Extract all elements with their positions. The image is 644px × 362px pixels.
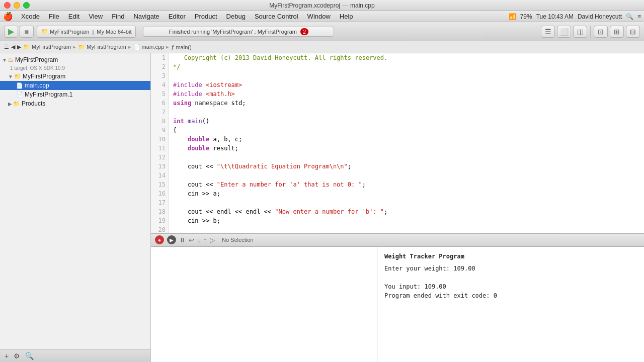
step-into-icon[interactable]: ↓ xyxy=(197,236,201,244)
sidebar-toggle-icon[interactable]: ☰ xyxy=(4,44,9,50)
menu-help[interactable]: Help xyxy=(336,12,357,21)
apple-menu[interactable]: 🍎 xyxy=(3,12,13,21)
minimize-button[interactable] xyxy=(14,2,20,9)
run-button[interactable]: ▶ xyxy=(4,26,18,38)
wifi-icon: 📶 xyxy=(509,13,516,20)
breadcrumb-project[interactable]: 📁 MyFirstProgram xyxy=(23,44,71,50)
project-label: MyFirstProgram xyxy=(15,56,58,63)
pause-icon[interactable]: ⏸ xyxy=(179,236,186,244)
titlebar-center: MyFirstProgram.xcodeproj — main.cpp xyxy=(269,2,374,9)
project-arrow-icon: ▼ xyxy=(2,57,7,63)
no-selection-label: No Selection xyxy=(222,237,253,243)
main-layout: ▼ 🗂 MyFirstProgram 1 target, OS X SDK 10… xyxy=(0,53,644,362)
maincpp-icon: 📄 xyxy=(16,82,23,89)
menu-file[interactable]: File xyxy=(45,12,63,21)
sidebar-item-maincpp[interactable]: 📄 main.cpp xyxy=(0,81,150,90)
settings-icon[interactable]: ⚙ xyxy=(12,352,22,360)
breadcrumb-group[interactable]: 📁 MyFirstProgram xyxy=(78,44,126,50)
stop-button[interactable]: ■ xyxy=(20,26,34,38)
menu-navigate[interactable]: Navigate xyxy=(129,12,163,21)
close-button[interactable] xyxy=(4,2,11,9)
breadcrumb-file[interactable]: 📄 main.cpp xyxy=(133,44,165,50)
menu-debug[interactable]: Debug xyxy=(222,12,250,21)
sidebar-item-mfp1[interactable]: 📄 MyFirstProgram.1 xyxy=(0,90,150,99)
menu-view[interactable]: View xyxy=(85,12,107,21)
console-line-1: Enter your weight: 109.00 xyxy=(384,264,637,273)
add-file-button[interactable]: + xyxy=(3,352,10,360)
record-button[interactable]: ● xyxy=(155,235,164,244)
continue-icon[interactable]: ▷ xyxy=(210,236,215,244)
mfp1-label: MyFirstProgram.1 xyxy=(25,91,72,98)
products-label: Products xyxy=(22,100,45,107)
project-title: MyFirstProgram.xcodeproj — main.cpp xyxy=(269,2,374,9)
menu-find[interactable]: Find xyxy=(108,12,128,21)
console-output[interactable]: Weight Tracker Program Enter your weight… xyxy=(377,247,644,362)
assistant-toggle[interactable]: ◫ xyxy=(573,26,587,38)
folder-arrow-icon: ▼ xyxy=(8,74,13,79)
bottom-split: Weight Tracker Program Enter your weight… xyxy=(151,246,644,362)
sidebar-bottom-bar: + ⚙ 🔍 xyxy=(0,349,150,362)
forward-button[interactable]: ▶ xyxy=(17,44,21,50)
editor-area: 1234567891011121314151617181920212223242… xyxy=(151,53,644,362)
breadcrumb-sep-2: ▸ xyxy=(128,44,131,50)
menu-window[interactable]: Window xyxy=(303,12,335,21)
project-icon: 📁 xyxy=(41,28,48,35)
step-out-icon[interactable]: ↑ xyxy=(204,236,207,244)
breadcrumb-sep-1: ▸ xyxy=(73,44,76,50)
breadcrumb-bar: ☰ ◀ ▶ 📁 MyFirstProgram ▸ 📁 MyFirstProgra… xyxy=(0,41,644,53)
maincpp-label: main.cpp xyxy=(25,82,49,89)
menu-xcode[interactable]: Xcode xyxy=(17,12,44,21)
error-badge: 2 xyxy=(300,28,308,35)
products-arrow-icon: ▶ xyxy=(8,101,12,107)
navigator-toggle[interactable]: ☰ xyxy=(541,26,555,38)
menu-product[interactable]: Product xyxy=(191,12,221,21)
console-title: Weight Tracker Program xyxy=(384,252,637,261)
user-name: David Honeycutt xyxy=(578,13,622,20)
bottom-right-pane: Weight Tracker Program Enter your weight… xyxy=(377,247,644,362)
menu-editor[interactable]: Editor xyxy=(165,12,190,21)
sidebar: ▼ 🗂 MyFirstProgram 1 target, OS X SDK 10… xyxy=(0,53,151,362)
mfp1-icon: 📄 xyxy=(16,92,23,98)
project-sub-label: 1 target, OS X SDK 10.9 xyxy=(10,65,65,71)
menu-source-control[interactable]: Source Control xyxy=(251,12,302,21)
subfolder-icon: 📁 xyxy=(14,73,21,80)
maximize-button[interactable] xyxy=(23,2,30,9)
console-line-3: Program ended with exit code: 0 xyxy=(384,291,637,300)
file-name: main.cpp xyxy=(350,2,375,9)
bottom-toolbar: ● ▶ ⏸ ↩ ↓ ↑ ▷ No Selection xyxy=(151,233,644,246)
layout-btn-3[interactable]: ⊟ xyxy=(626,26,640,38)
status-display: Finished running 'MyFirstProgram' : MyFi… xyxy=(143,27,334,37)
project-name: MyFirstProgram.xcodeproj xyxy=(269,2,340,9)
filter-icon[interactable]: 🔍 xyxy=(24,352,35,360)
bottom-left-pane xyxy=(151,247,377,362)
menu-edit[interactable]: Edit xyxy=(64,12,84,21)
back-button[interactable]: ◀ xyxy=(11,44,15,50)
line-numbers: 1234567891011121314151617181920212223242… xyxy=(151,53,169,233)
sidebar-item-project-sub: 1 target, OS X SDK 10.9 xyxy=(0,64,150,72)
sidebar-item-project[interactable]: ▼ 🗂 MyFirstProgram xyxy=(0,55,150,64)
list-icon[interactable]: ≡ xyxy=(637,13,641,20)
battery-status: 79% xyxy=(520,13,532,20)
layout-btn-2[interactable]: ⊞ xyxy=(610,26,624,38)
code-editor[interactable]: Copyright (c) 2013 David Honeycutt. All … xyxy=(169,53,644,233)
breadcrumb-sep-3: ▸ xyxy=(166,44,169,50)
subfolder-label: MyFirstProgram xyxy=(23,73,65,80)
toolbar-left: ▶ ■ xyxy=(4,26,34,38)
layout-btn-1[interactable]: ⊡ xyxy=(594,26,608,38)
play-button[interactable]: ▶ xyxy=(167,235,176,244)
debug-toggle[interactable]: ⬜ xyxy=(557,26,571,38)
sidebar-item-myfirstprogram[interactable]: ▼ 📁 MyFirstProgram xyxy=(0,72,150,81)
toolbar-right: ☰ ⬜ ◫ ⊡ ⊞ ⊟ xyxy=(541,26,640,38)
clock: Tue 10:43 AM xyxy=(536,13,574,20)
traffic-lights[interactable] xyxy=(4,2,30,9)
project-folder-icon: 🗂 xyxy=(8,57,14,63)
breadcrumb-symbol[interactable]: ƒ main() xyxy=(171,44,191,50)
status-text: Finished running 'MyFirstProgram' : MyFi… xyxy=(169,29,297,35)
search-icon[interactable]: 🔍 xyxy=(626,13,633,20)
project-selector[interactable]: 📁 MyFirstProgram | My Mac 64-bit xyxy=(37,26,136,38)
step-over-icon[interactable]: ↩ xyxy=(189,236,194,244)
products-folder-icon: 📁 xyxy=(13,101,20,107)
sidebar-item-products[interactable]: ▶ 📁 Products xyxy=(0,99,150,108)
console-line-2: You input: 109.00 xyxy=(384,282,637,291)
menu-bar: 🍎 Xcode File Edit View Find Navigate Edi… xyxy=(0,11,644,22)
